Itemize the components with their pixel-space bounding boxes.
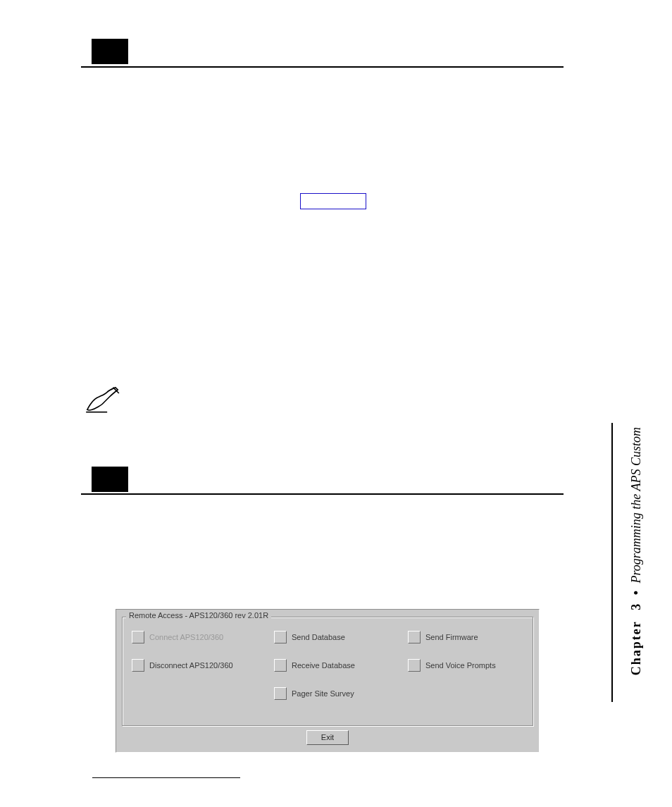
button-icon bbox=[132, 631, 144, 643]
chapter-number: 3 bbox=[629, 603, 643, 617]
send-voice-prompts-label: Send Voice Prompts bbox=[425, 661, 496, 670]
disconnect-label: Disconnect APS120/360 bbox=[149, 661, 233, 670]
send-database-label: Send Database bbox=[292, 633, 345, 641]
pager-site-survey-label: Pager Site Survey bbox=[292, 689, 354, 698]
pager-site-survey-button[interactable]: Pager Site Survey bbox=[274, 687, 354, 700]
connect-label: Connect APS120/360 bbox=[149, 633, 223, 641]
connect-button: Connect APS120/360 bbox=[132, 631, 223, 643]
chapter-word: Chapter bbox=[629, 620, 643, 675]
cross-reference-link[interactable] bbox=[300, 193, 366, 209]
chapter-title: Programming the APS Custom bbox=[629, 427, 643, 584]
section-marker-top bbox=[92, 39, 128, 64]
side-divider bbox=[611, 423, 613, 702]
send-voice-prompts-button[interactable]: Send Voice Prompts bbox=[408, 659, 496, 672]
button-icon bbox=[274, 687, 287, 700]
receive-database-label: Receive Database bbox=[292, 661, 355, 670]
send-firmware-label: Send Firmware bbox=[425, 633, 478, 641]
remote-access-dialog: Remote Access - APS120/360 rev 2.01R Con… bbox=[116, 609, 540, 753]
bullet-icon: • bbox=[629, 586, 643, 599]
note-writing-hand-icon bbox=[83, 386, 122, 414]
button-icon bbox=[132, 659, 144, 672]
send-database-button[interactable]: Send Database bbox=[274, 631, 345, 643]
section-marker-mid bbox=[92, 467, 128, 492]
section-rule-top bbox=[81, 66, 564, 68]
section-rule-mid bbox=[81, 493, 564, 495]
send-firmware-button[interactable]: Send Firmware bbox=[408, 631, 478, 643]
receive-database-button[interactable]: Receive Database bbox=[274, 659, 355, 672]
exit-button[interactable]: Exit bbox=[306, 730, 349, 745]
running-side-title: Chapter 3 • Programming the APS Custom bbox=[629, 427, 644, 675]
button-icon bbox=[408, 631, 421, 643]
button-icon bbox=[274, 659, 287, 672]
button-icon bbox=[274, 631, 287, 643]
disconnect-button[interactable]: Disconnect APS120/360 bbox=[132, 659, 233, 672]
groupbox-title: Remote Access - APS120/360 rev 2.01R bbox=[126, 611, 271, 620]
button-icon bbox=[408, 659, 421, 672]
figure-caption-rule bbox=[92, 777, 240, 778]
